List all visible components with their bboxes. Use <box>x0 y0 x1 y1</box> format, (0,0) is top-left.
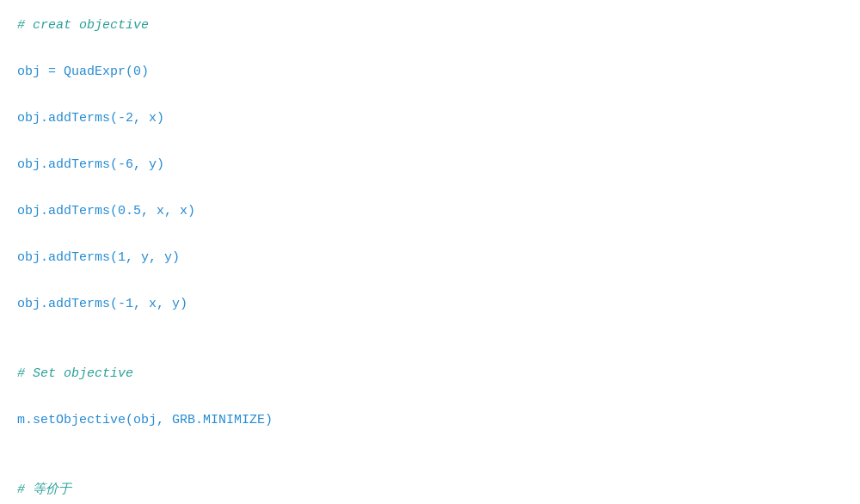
blank-line <box>17 176 843 200</box>
code-block: # creat objective obj = QuadExpr(0) obj.… <box>17 14 843 504</box>
blank-line <box>17 455 843 478</box>
code-line-obj-init: obj = QuadExpr(0) <box>17 60 843 83</box>
code-line-addterms-1: obj.addTerms(-2, x) <box>17 107 843 130</box>
blank-line <box>17 37 843 60</box>
code-line-setobjective: m.setObjective(obj, GRB.MINIMIZE) <box>17 409 843 432</box>
code-line-addterms-2: obj.addTerms(-6, y) <box>17 153 843 176</box>
code-line-addterms-3: obj.addTerms(0.5, x, x) <box>17 200 843 223</box>
blank-line <box>17 130 843 153</box>
blank-line <box>17 432 843 455</box>
blank-line <box>17 339 843 362</box>
comment-equivalent-label: # 等价于 <box>17 478 843 501</box>
blank-line <box>17 269 843 292</box>
comment-creat-objective: # creat objective <box>17 14 843 37</box>
blank-line <box>17 83 843 107</box>
blank-line <box>17 316 843 339</box>
comment-set-objective: # Set objective <box>17 362 843 385</box>
code-line-addterms-4: obj.addTerms(1, y, y) <box>17 246 843 269</box>
blank-line <box>17 385 843 409</box>
code-line-addterms-5: obj.addTerms(-1, x, y) <box>17 292 843 316</box>
blank-line <box>17 223 843 246</box>
